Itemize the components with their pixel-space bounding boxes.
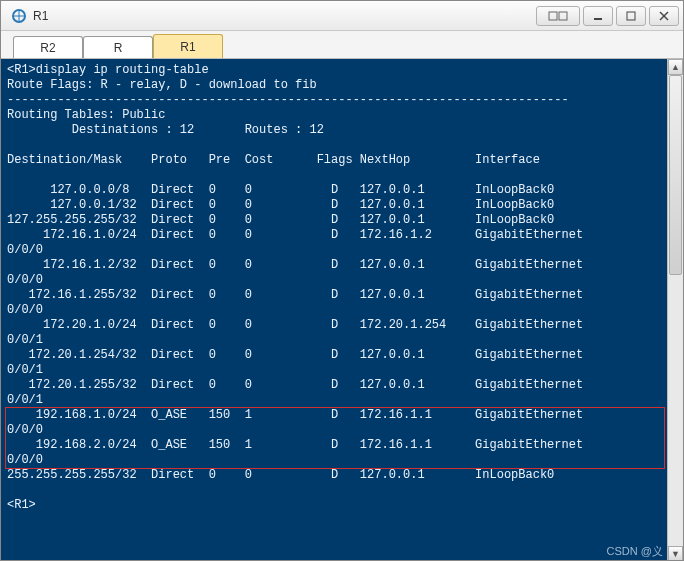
scroll-thumb[interactable] [669, 75, 682, 275]
scroll-down-arrow[interactable]: ▼ [668, 546, 683, 561]
close-button[interactable] [649, 6, 679, 26]
svg-rect-4 [627, 12, 635, 20]
maximize-button[interactable] [616, 6, 646, 26]
terminal-container: <R1>display ip routing-table Route Flags… [1, 59, 683, 561]
svg-rect-2 [559, 12, 567, 20]
terminal-output[interactable]: <R1>display ip routing-table Route Flags… [1, 59, 683, 561]
scroll-up-arrow[interactable]: ▲ [668, 59, 683, 75]
restore-split-button[interactable] [536, 6, 580, 26]
tab-r[interactable]: R [83, 36, 153, 58]
tab-r2[interactable]: R2 [13, 36, 83, 58]
scrollbar[interactable]: ▲ ▼ [667, 59, 683, 561]
window-title: R1 [33, 9, 48, 23]
app-icon [11, 8, 27, 24]
window-controls [533, 6, 679, 26]
window-titlebar: R1 [1, 1, 683, 31]
minimize-button[interactable] [583, 6, 613, 26]
svg-rect-1 [549, 12, 557, 20]
watermark: CSDN @义 [607, 544, 663, 559]
tab-bar: R2RR1 [1, 31, 683, 59]
tab-r1[interactable]: R1 [153, 34, 223, 58]
